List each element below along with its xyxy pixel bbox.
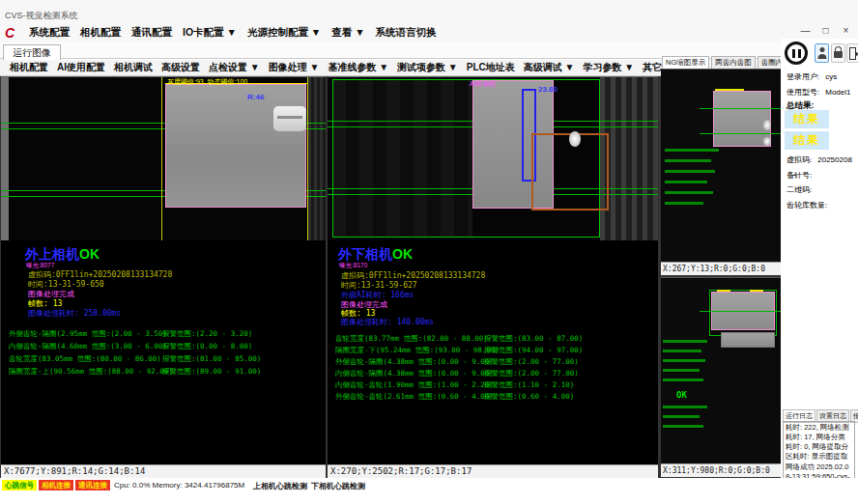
tool-test-params[interactable]: 测试项参数 ▼ [397,61,458,74]
left-info-area: 外上相机OK 曝光:8077 虚拟码:0FF1lin+2025020813313… [1,240,326,464]
login-user-row: 登录用户:cys [786,71,837,82]
top-preview-image[interactable] [661,69,781,262]
menu-bar: C 系统配置 相机配置 通讯配置 IO卡配置 ▼ 光源控制配置 ▼ 查看 ▼ 系… [0,23,858,42]
menu-item-system[interactable]: 系统配置 [29,26,70,40]
mini-highlight [763,120,771,130]
mini-highlight [763,137,771,146]
mini-text-lines [665,149,719,152]
process-time-line: 图像处理耗时: 140.00ms [341,317,434,327]
ok-status: OK [392,246,413,262]
mini-text-lines [663,359,705,362]
lock-button[interactable] [831,43,845,63]
menu-item-view[interactable]: 查看 ▼ [331,26,364,40]
measurement-row: 内侧齿轮-隔圈(4.60mm 范围:(3.00 - 6.00)报警范围:(0.0… [9,342,326,352]
tool-camera-debug[interactable]: 相机调试 [114,61,153,74]
bottom-preview-image[interactable]: OK [661,277,781,463]
mini-text-lines [665,202,703,205]
machine-edge-band [1,77,9,240]
edge-line [307,77,308,240]
left-pixel-coordinates: X:7677;Y:891;R:14;G:14;B:14 [1,464,326,478]
exit-door-icon [847,44,858,62]
measurement-row: 外侧齿轮-隔圈(2.95mm 范围:(2.00 - 3.50)报警范围:(2.2… [9,329,326,340]
part-region [165,84,306,208]
middle-pixel-coordinates: X:270;Y:2502;R:17;G:17;B:17 [328,464,658,478]
exit-button[interactable] [846,43,858,63]
measurement-row: 内侧齿轮-齿轮(1.90mm 范围:(1.00 - 2.20)报警范围:(1.1… [335,380,658,391]
ai-box-label: AI检测框 [470,79,497,89]
bottom-preview-coordinates: X:311;Y:980;R:0;G:0;B:0 [661,463,781,477]
login-user-value: cys [825,72,837,81]
lock-icon [832,46,844,58]
tool-plc-table[interactable]: PLC地址表 [467,61,515,74]
menu-item-comm[interactable]: 通讯配置 [131,26,172,40]
measurement-row: 隔圈宽度-上(90.56mm 范围:(88.00 - 92.00)报警范围:(8… [9,367,326,378]
app-logo-icon: C [5,25,18,41]
menu-item-iocard[interactable]: IO卡配置 ▼ [183,26,237,40]
tool-learn-params[interactable]: 学习参数 ▼ [583,61,634,74]
result-box-1: 结果 [785,110,829,128]
measurement-row: 外侧齿轮-齿轮(2.61mm 范围:(0.60 - 4.00)报警范围:(0.6… [335,392,658,403]
tool-advanced-debug[interactable]: 高级调试 ▼ [524,61,575,74]
tool-image-process[interactable]: 图像处理 ▼ [269,61,320,74]
mini-text-lines [663,340,707,343]
pause-button[interactable] [785,42,808,65]
sidebar-buttons [783,41,858,66]
status-bar: 心跳信号 相机连接 通讯连接 Cpu: 0.0% Memory: 3424.41… [0,478,858,504]
title-bar: CVS-视觉检测系统 [0,0,858,23]
middle-info-area: 外下相机OK 曝光:8170 虚拟码:0FF1lin+2025020813313… [328,240,658,464]
r-value-overlay-label: R:46 [247,93,264,101]
process-time-line: 图像处理耗时: 258.00ms [28,308,121,319]
window-title: CVS-视觉检测系统 [5,10,78,22]
mini-marker [750,290,763,292]
mini-measure-line [700,133,781,134]
user-button[interactable] [815,43,829,63]
tool-ai-config[interactable]: AI使用配置 [57,61,105,74]
measure-value-label: 23.80 [538,85,558,94]
menu-item-light[interactable]: 光源控制配置 ▼ [247,26,321,40]
mini-text-lines [663,406,707,408]
left-camera-panel: 灰度阈值:93, 动态阈值:100 R:46 外上相机OK 曝光:8077 虚拟… [1,76,326,478]
mini-text-lines [665,191,713,194]
measurement-row: 齿轮宽度(83.77mm 范围:(82.00 - 88.00)报警范围:(83.… [335,334,658,345]
user-icon [815,44,828,62]
mini-text-lines [663,378,703,381]
mini-part-region [713,91,771,147]
mini-text-lines [663,350,701,352]
ai-orange-rect [531,133,609,210]
log-output[interactable]: 耗时: 222, 网络检测耗时: 17, 网络分类耗时: 0, 网络提取分区耗时… [783,421,855,479]
mini-ok-status: OK [676,390,687,400]
left-camera-image[interactable]: 灰度阈值:93, 动态阈值:100 R:46 [1,76,326,240]
virtual-code-row: 虚拟码:20250208 [786,154,852,165]
edge-line [161,77,162,240]
menu-item-camera[interactable]: 相机配置 [80,26,121,40]
virtual-code-value: 20250208 [817,155,852,164]
heartbeat-status-badge: 心跳信号 [2,480,37,490]
middle-camera-panel: AI检测框 23.80 外下相机OK 曝光:8170 虚拟码:0FF1lin+2… [328,76,658,478]
close-button[interactable]: × [838,24,854,38]
tool-advanced-settings[interactable]: 高级设置 [161,61,200,74]
upper-camera-heartbeat-link[interactable]: 上相机心跳检测 [253,481,307,491]
qrcode-row: 二维码: [786,184,812,195]
mini-text-lines [663,369,700,372]
highlight-blob [569,131,581,147]
middle-camera-image[interactable]: AI检测框 23.80 [328,76,658,240]
menu-item-language[interactable]: 系统语言切换 [376,26,437,40]
sidebar: 登录用户:cys 使用型号:Model1 总结果: 结果 结果 虚拟码:2025… [781,39,858,478]
camera-connect-badge: 相机连接 [39,480,73,490]
model-value: Model1 [825,88,850,97]
tool-baseline-params[interactable]: 基准线参数 ▼ [328,61,388,74]
top-preview-coordinates: X:267;Y:13;R:0;G:0;B:0 [661,262,781,275]
cpu-memory-status: Cpu: 0.0% Memory: 3424.41796875M [114,481,244,490]
maximize-button[interactable]: □ [817,24,834,38]
minimize-button[interactable]: — [797,24,814,38]
mini-text-lines [663,425,703,428]
mini-text-lines [665,159,711,162]
measurement-row: 齿轮宽度(83.05mm 范围:(80.00 - 86.00)报警范围:(81.… [9,354,326,365]
mini-marker [717,290,730,292]
tool-spot-check[interactable]: 点检设置 ▼ [209,61,260,74]
mini-part-lower [721,332,775,348]
clip-object [273,106,306,131]
tool-camera-config[interactable]: 相机配置 [10,61,48,74]
lower-camera-heartbeat-link[interactable]: 下相机心跳检测 [311,481,365,491]
result-box-2: 结果 [785,131,829,150]
